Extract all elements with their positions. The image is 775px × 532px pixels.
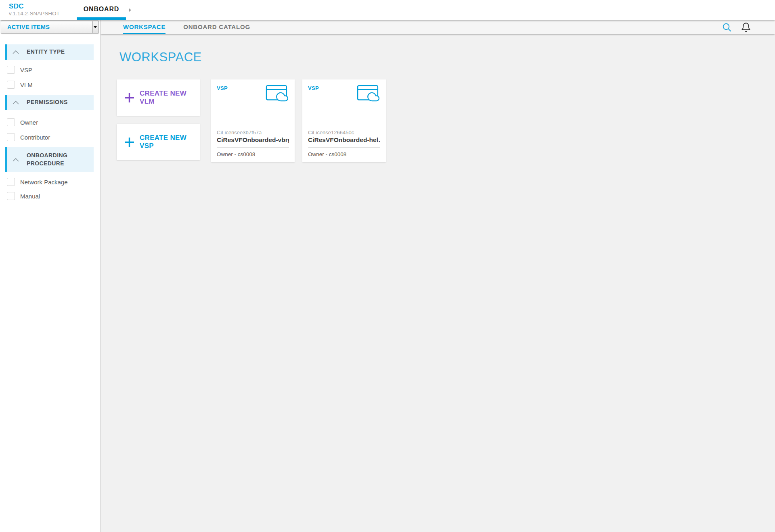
plus-icon <box>125 93 134 102</box>
vsp-cloud-icon <box>266 84 289 103</box>
sidebar-section-entity-type[interactable]: ENTITY TYPE <box>5 44 94 60</box>
vsp-name: CiResVFOnboarded-hel… <box>308 136 380 144</box>
card-divider <box>217 147 289 148</box>
vsp-card[interactable]: VSP CiLicense1266450c CiResVFOnboarded-h… <box>302 79 386 162</box>
section-title: ONBOARDING PROCEDURE <box>27 152 82 167</box>
search-icon[interactable] <box>722 20 732 34</box>
view-filter-value: ACTIVE ITEMS <box>7 21 50 33</box>
checkbox-owner[interactable] <box>7 118 15 126</box>
checkbox-label: VSP <box>20 67 32 73</box>
owner-label: Owner - cs0008 <box>217 151 289 157</box>
app-version: v.1.14.2-SNAPSHOT <box>9 10 60 17</box>
create-new-vsp-label: CREATE NEW VSP <box>140 134 200 150</box>
section-title: PERMISSIONS <box>27 98 72 106</box>
tab-onboard-label: ONBOARD <box>84 6 119 13</box>
checkbox-label: Contributor <box>20 134 50 141</box>
workspace-main: WORKSPACE CREATE NEW VLM CREATE NEW VSP … <box>101 34 775 532</box>
tab-onboard[interactable]: ONBOARD <box>77 0 126 20</box>
vsp-card[interactable]: VSP CiLicensee3b7f57a CiResVFOnboarded-v… <box>211 79 295 162</box>
vendor-id: CiLicense1266450c <box>308 129 380 136</box>
checkbox-manual[interactable] <box>7 192 15 200</box>
chevron-up-icon <box>12 158 19 162</box>
owner-label: Owner - cs0008 <box>308 151 380 157</box>
checkbox-vsp[interactable] <box>7 66 15 74</box>
sidebar-section-permissions[interactable]: PERMISSIONS <box>5 95 94 110</box>
filter-row-vsp: VSP <box>7 66 32 74</box>
checkbox-label: Owner <box>20 119 38 126</box>
checkbox-network-package[interactable] <box>7 178 15 186</box>
create-new-vlm-button[interactable]: CREATE NEW VLM <box>117 79 200 116</box>
plus-icon <box>125 138 134 147</box>
tab-onboard-catalog[interactable]: ONBOARD CATALOG <box>183 20 250 34</box>
dropdown-caret-icon <box>94 26 97 28</box>
checkbox-vlm[interactable] <box>7 81 15 89</box>
vendor-id: CiLicensee3b7f57a <box>217 129 289 136</box>
filter-row-manual: Manual <box>7 192 40 200</box>
filter-row-owner: Owner <box>7 118 38 126</box>
filter-row-network-package: Network Package <box>7 178 68 186</box>
app-title: SDC <box>9 2 60 10</box>
tab-onboard-active-indicator <box>77 17 126 20</box>
view-filter-select[interactable]: ACTIVE ITEMS <box>1 21 99 33</box>
vsp-cloud-icon <box>357 84 380 103</box>
card-divider <box>308 147 380 148</box>
chevron-up-icon <box>12 50 19 54</box>
section-title: ENTITY TYPE <box>27 48 69 56</box>
bell-icon[interactable] <box>741 20 751 34</box>
vsp-type-label: VSP <box>217 85 228 91</box>
filter-row-vlm: VLM <box>7 81 33 89</box>
workspace-subnav: WORKSPACE ONBOARD CATALOG <box>101 20 775 34</box>
create-new-vsp-button[interactable]: CREATE NEW VSP <box>117 124 200 160</box>
chevron-right-icon[interactable] <box>129 8 131 12</box>
page-title: WORKSPACE <box>119 50 202 65</box>
vsp-name: CiResVFOnboarded-vbrg… <box>217 136 289 144</box>
tab-workspace[interactable]: WORKSPACE <box>123 20 165 34</box>
sidebar-section-onboarding-procedure[interactable]: ONBOARDING PROCEDURE <box>5 147 94 172</box>
checkbox-label: VLM <box>20 81 33 88</box>
checkbox-contributor[interactable] <box>7 133 15 141</box>
create-new-vlm-label: CREATE NEW VLM <box>140 90 200 106</box>
vsp-type-label: VSP <box>308 85 319 91</box>
filter-row-contributor: Contributor <box>7 133 50 141</box>
app-logo: SDC v.1.14.2-SNAPSHOT <box>9 2 60 17</box>
checkbox-label: Manual <box>20 193 40 200</box>
filter-sidebar: ACTIVE ITEMS ENTITY TYPE VSP VLM PERMISS… <box>0 20 101 532</box>
app-header: SDC v.1.14.2-SNAPSHOT ONBOARD <box>0 0 775 20</box>
checkbox-label: Network Package <box>20 179 68 186</box>
chevron-up-icon <box>12 100 19 105</box>
